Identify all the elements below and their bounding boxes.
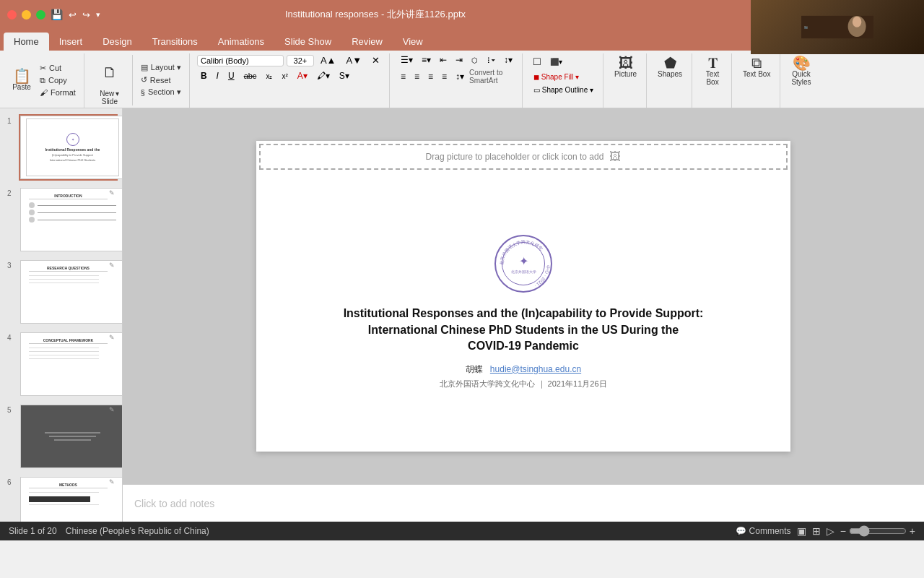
picture-button[interactable]: 🖼 Picture <box>611 53 640 80</box>
shape-outline-button[interactable]: ▭ Shape Outline ▾ <box>530 85 597 95</box>
presenter-view-button[interactable]: ▷ <box>827 525 834 537</box>
slide-num-6: 6 <box>7 478 12 486</box>
shape-fill-button[interactable]: ◼ Shape Fill ▾ <box>530 72 583 82</box>
tab-review[interactable]: Review <box>341 33 393 51</box>
tab-design[interactable]: Design <box>92 33 141 51</box>
smartart-convert-button[interactable]: ⬡ <box>468 55 481 66</box>
cut-label: Cut <box>49 64 61 72</box>
shape-rect-button[interactable]: □ <box>530 53 544 69</box>
author-name: 胡蝶 <box>466 364 483 374</box>
slide-num-4: 4 <box>7 334 12 342</box>
slide-thumb-3[interactable]: 3 RESEARCH QUESTIONS ✎ <box>19 259 118 325</box>
status-left: Slide 1 of 20 Chinese (People's Republic… <box>9 526 209 536</box>
layout-button[interactable]: ▤ Layout ▾ <box>139 62 183 73</box>
line-spacing-button[interactable]: ↕▾ <box>452 70 468 83</box>
copy-icon: ⧉ <box>40 76 45 85</box>
slide-label: ▾ <box>116 90 119 98</box>
tab-view[interactable]: View <box>393 33 433 51</box>
font-name-input[interactable] <box>197 55 284 66</box>
paste-button[interactable]: 📋 Paste <box>9 66 35 93</box>
zoom-out-button[interactable]: − <box>840 525 846 537</box>
status-bar: Slide 1 of 20 Chinese (People's Republic… <box>0 522 924 540</box>
section-label: Section ▾ <box>148 87 181 97</box>
cut-button[interactable]: ✂ Cut <box>38 63 78 74</box>
columns-button[interactable]: ⫶▾ <box>483 53 499 66</box>
bold-button[interactable]: B <box>197 69 211 82</box>
text-direction-button[interactable]: ↕▾ <box>500 53 516 66</box>
minimize-button[interactable] <box>22 10 31 20</box>
slide-panel: 1 ✦ Institutional Responses and the (In)… <box>0 108 123 522</box>
align-right-button[interactable]: ≡ <box>424 70 437 83</box>
shapes-button[interactable]: ⬟ Shapes <box>654 53 686 80</box>
slide-thumb-4[interactable]: 4 CONCEPTUAL FRAMEWORK ✎ <box>19 331 118 397</box>
window-controls[interactable] <box>7 10 45 20</box>
normal-view-button[interactable]: ▣ <box>797 525 806 537</box>
tab-home[interactable]: Home <box>4 33 49 51</box>
comments-button[interactable]: 💬 Comments <box>736 526 791 536</box>
new-slide-icon: 🗋 <box>103 65 117 79</box>
quick-styles-button[interactable]: 🎨 QuickStyles <box>788 53 814 88</box>
slide-thumb-5[interactable]: 5 ✎ <box>19 403 118 470</box>
redo-icon[interactable]: ↪ <box>82 9 90 20</box>
notes-area[interactable]: Click to add notes <box>123 484 924 522</box>
cut-icon: ✂ <box>40 64 46 73</box>
slide-thumb-2[interactable]: 2 INTRODUCTION <box>19 186 118 253</box>
copy-button[interactable]: ⧉ Copy <box>38 75 78 86</box>
increase-font-button[interactable]: A▲ <box>317 53 340 67</box>
undo-icon[interactable]: ↩ <box>69 9 77 20</box>
slide-sorter-button[interactable]: ⊞ <box>812 525 821 537</box>
font-size-input[interactable] <box>287 55 314 66</box>
align-center-button[interactable]: ≡ <box>411 70 423 83</box>
slide-num-1: 1 <box>7 117 12 125</box>
font-color-button[interactable]: A▾ <box>294 69 311 82</box>
section-button[interactable]: § Section ▾ <box>139 87 183 98</box>
paste-label: Paste <box>12 83 31 91</box>
video-feed: 📷 <box>751 0 924 54</box>
convert-smartart-label[interactable]: Convert toSmartArt <box>469 69 502 85</box>
insert-shapes-group: ⬟ Shapes <box>648 53 692 108</box>
arrange-button[interactable]: ⧉ Text Box <box>739 53 774 80</box>
decrease-indent-button[interactable]: ⇤ <box>436 53 450 66</box>
zoom-in-button[interactable]: + <box>910 525 915 537</box>
add-image-icon[interactable]: 🖼 <box>609 150 621 163</box>
shape-more-button[interactable]: ⬛▾ <box>546 56 566 67</box>
font-group: A▲ A▼ ✕ B I U abc x₂ x² A▾ 🖍▾ S▾ <box>191 53 390 108</box>
close-button[interactable] <box>7 10 17 20</box>
save-icon[interactable]: 💾 <box>51 9 63 20</box>
numbering-button[interactable]: ≡▾ <box>418 53 435 66</box>
strikethrough-button[interactable]: abc <box>240 70 261 82</box>
clipboard-group: 📋 Paste ✂ Cut ⧉ Copy 🖌 Format <box>3 53 84 108</box>
zoom-slider[interactable] <box>849 525 907 537</box>
subscript-button[interactable]: x₂ <box>262 71 276 82</box>
textbox-icon: 𝐓 <box>708 56 718 70</box>
slide-affiliation: 北京外国语大学跨文化中心 ｜ 2021年11月26日 <box>440 379 606 389</box>
decrease-font-button[interactable]: A▼ <box>342 53 365 67</box>
slide-placeholder[interactable]: Drag picture to placeholder or click ico… <box>259 144 788 170</box>
customize-icon[interactable]: ▾ <box>96 10 100 20</box>
highlight-button[interactable]: 🖍▾ <box>313 69 334 82</box>
align-left-button[interactable]: ≡ <box>397 70 409 83</box>
text-shadow-button[interactable]: S▾ <box>336 69 353 82</box>
svg-point-2 <box>853 17 862 27</box>
tab-slideshow[interactable]: Slide Show <box>274 33 341 51</box>
clear-format-button[interactable]: ✕ <box>368 53 383 67</box>
format-button[interactable]: 🖌 Format <box>38 87 78 98</box>
bullets-button[interactable]: ☰▾ <box>397 53 417 66</box>
superscript-button[interactable]: x² <box>278 71 291 82</box>
tab-transitions[interactable]: Transitions <box>142 33 208 51</box>
tab-insert[interactable]: Insert <box>49 33 93 51</box>
tab-animations[interactable]: Animations <box>208 33 274 51</box>
slide-main: Drag picture to placeholder or click ico… <box>256 141 790 452</box>
new-slide-button[interactable]: 🗋 <box>92 55 128 90</box>
slide-num-2: 2 <box>7 189 12 197</box>
italic-button[interactable]: I <box>213 69 222 82</box>
increase-indent-button[interactable]: ⇥ <box>452 53 466 66</box>
underline-button[interactable]: U <box>225 69 238 82</box>
slide-thumb-1[interactable]: 1 ✦ Institutional Responses and the (In)… <box>19 114 118 181</box>
justify-button[interactable]: ≡ <box>438 70 450 83</box>
slide-thumb-6[interactable]: 6 METHODS ✎ <box>19 475 118 522</box>
textbox-button[interactable]: 𝐓 TextBox <box>699 53 725 88</box>
reset-button[interactable]: ↺ Reset <box>139 74 183 85</box>
maximize-button[interactable] <box>36 10 45 20</box>
drawing-group: □ ⬛▾ ◼ Shape Fill ▾ ▭ Shape Outline ▾ <box>524 53 603 108</box>
